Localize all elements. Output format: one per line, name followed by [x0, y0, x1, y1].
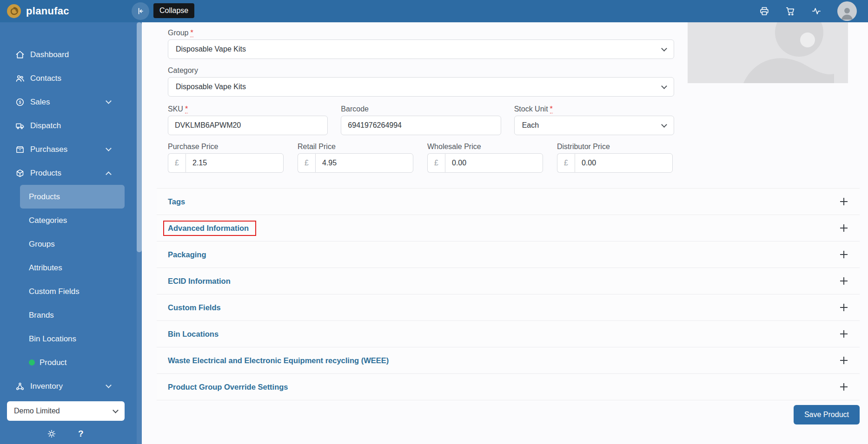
sidebar-item-label: Dispatch: [30, 121, 61, 131]
printer-icon[interactable]: [759, 6, 769, 16]
plus-icon[interactable]: [840, 383, 848, 391]
collapse-sidebar-button[interactable]: [132, 2, 149, 20]
group-select-value: Disposable Vape Kits: [176, 45, 246, 53]
save-product-button[interactable]: Save Product: [794, 405, 860, 424]
category-select-value: Disposable Vape Kits: [176, 83, 246, 91]
brand: planufac: [0, 4, 142, 19]
product-image-placeholder[interactable]: [688, 22, 848, 83]
chevron-down-icon: [113, 407, 119, 413]
plus-icon[interactable]: [840, 198, 848, 205]
plus-icon[interactable]: [840, 224, 848, 232]
highlighted-section-label: Advanced Information: [163, 221, 256, 236]
distributor-price-label: Distributor Price: [557, 143, 673, 151]
plus-icon[interactable]: [840, 330, 848, 338]
category-select[interactable]: Disposable Vape Kits: [168, 77, 674, 97]
chevron-up-icon: [106, 171, 112, 177]
sidebar-subitem-label: Categories: [29, 216, 67, 225]
sidebar-item-label: Purchases: [30, 145, 67, 154]
distributor-price-input[interactable]: [575, 153, 673, 173]
sidebar-item-inventory[interactable]: Inventory: [0, 374, 142, 398]
wholesale-price-label: Wholesale Price: [427, 143, 543, 151]
company-select-value: Demo Limited: [14, 407, 60, 415]
help-button[interactable]: ?: [78, 429, 84, 439]
sidebar-subitem-attributes[interactable]: Attributes: [20, 256, 125, 280]
section-bin-locations[interactable]: Bin Locations: [157, 320, 860, 347]
sidebar-item-dashboard[interactable]: Dashboard: [0, 43, 142, 66]
sku-label: SKU*: [168, 105, 328, 113]
sun-icon: [47, 429, 56, 438]
chevron-down-icon: [661, 122, 667, 128]
sku-input[interactable]: [168, 116, 328, 135]
group-select[interactable]: Disposable Vape Kits: [168, 39, 674, 59]
company-select[interactable]: Demo Limited: [7, 401, 125, 421]
chevron-down-icon: [661, 83, 667, 89]
currency-prefix: £: [427, 153, 445, 173]
sidebar-subitem-label: Brands: [29, 311, 54, 320]
collapse-tooltip: Collapse: [153, 3, 194, 18]
plus-icon[interactable]: [840, 304, 848, 311]
section-packaging[interactable]: Packaging: [157, 241, 860, 268]
sidebar-subitem-products[interactable]: Products: [20, 185, 125, 209]
scrollbar-thumb[interactable]: [137, 22, 142, 252]
section-product-group-override[interactable]: Product Group Override Settings: [157, 373, 860, 400]
product-form: Group* Disposable Vape Kits Category Dis…: [168, 29, 674, 173]
chevron-down-icon: [106, 382, 112, 388]
sidebar-item-label: Sales: [30, 98, 50, 107]
stock-unit-label: Stock Unit*: [514, 105, 674, 113]
section-ecid-information[interactable]: ECID Information: [157, 268, 860, 294]
topbar: planufac Collapse: [0, 0, 868, 22]
sidebar-subitem-product[interactable]: Product: [20, 351, 125, 374]
section-tags[interactable]: Tags: [157, 188, 860, 215]
sidebar-subitem-groups[interactable]: Groups: [20, 232, 125, 256]
purchase-price-input[interactable]: [186, 153, 284, 173]
avatar[interactable]: [837, 1, 857, 21]
chevron-down-icon: [661, 46, 667, 52]
inventory-icon: [15, 382, 26, 391]
sidebar-subitem-categories[interactable]: Categories: [20, 209, 125, 232]
sidebar-subitem-label: Bin Locations: [29, 334, 76, 344]
product-form-page: Group* Disposable Vape Kits Category Dis…: [142, 22, 868, 444]
sidebar-item-sales[interactable]: $ Sales: [0, 90, 142, 114]
barcode-input[interactable]: [341, 116, 501, 135]
stock-unit-select-value: Each: [522, 121, 539, 130]
plus-icon[interactable]: [840, 277, 848, 285]
products-icon: [15, 169, 26, 178]
sidebar-subitem-bin-locations[interactable]: Bin Locations: [20, 327, 125, 351]
sidebar-subitem-custom-fields[interactable]: Custom Fields: [20, 280, 125, 303]
sidebar-item-contacts[interactable]: Contacts: [0, 66, 142, 90]
retail-price-input[interactable]: [315, 153, 413, 173]
section-advanced-information[interactable]: Advanced Information: [157, 215, 860, 241]
svg-text:$: $: [19, 100, 21, 104]
section-weee[interactable]: Waste Electrical and Electronic Equipmen…: [157, 347, 860, 373]
sidebar-subitem-brands[interactable]: Brands: [20, 303, 125, 327]
group-label: Group*: [168, 29, 674, 37]
chevron-down-icon: [106, 145, 112, 151]
section-custom-fields[interactable]: Custom Fields: [157, 294, 860, 320]
sidebar-item-purchases[interactable]: Purchases: [0, 137, 142, 161]
home-icon: [15, 50, 26, 59]
stock-unit-select[interactable]: Each: [514, 116, 674, 135]
topbar-actions: [759, 0, 868, 22]
sidebar-item-products[interactable]: Products: [0, 161, 142, 185]
currency-prefix: £: [168, 153, 186, 173]
sidebar-subitem-label: Products: [29, 192, 60, 202]
cart-icon[interactable]: [785, 6, 795, 16]
sidebar-item-dispatch[interactable]: Dispatch: [0, 114, 142, 137]
form-actions: Save Product: [157, 405, 860, 424]
plus-icon[interactable]: [840, 251, 848, 258]
sidebar-subitem-label: Product: [40, 358, 67, 367]
required-asterisk: *: [190, 29, 193, 37]
wholesale-price-input[interactable]: [445, 153, 543, 173]
sidebar-footer: ?: [47, 427, 84, 440]
theme-toggle-button[interactable]: [47, 429, 56, 438]
plus-icon[interactable]: [840, 357, 848, 364]
sidebar-scrollbar[interactable]: [137, 22, 142, 444]
required-asterisk: *: [550, 105, 553, 113]
activity-icon[interactable]: [811, 6, 822, 16]
green-dot-icon: [29, 359, 35, 366]
purchases-icon: [15, 145, 26, 154]
sidebar-item-label: Contacts: [30, 74, 61, 83]
dispatch-icon: [15, 121, 26, 131]
sidebar-item-label: Dashboard: [30, 50, 69, 59]
required-asterisk: *: [185, 105, 188, 113]
